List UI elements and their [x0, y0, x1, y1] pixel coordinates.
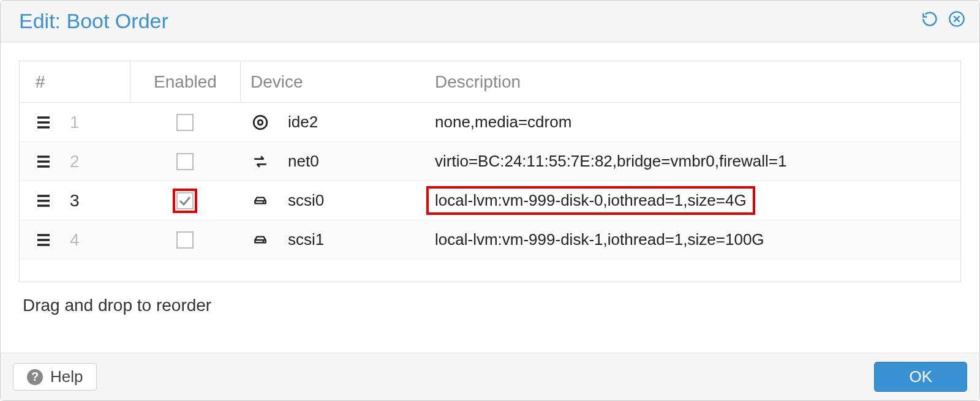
header-device[interactable]: Device	[240, 61, 418, 102]
cell-enabled	[130, 103, 240, 141]
cell-order: 3	[20, 181, 130, 220]
help-icon: ?	[27, 369, 43, 385]
table-row[interactable]: 2 net0 virtio=BC:24:11:55:7E:82,bridge=v…	[20, 142, 960, 181]
ok-button[interactable]: OK	[874, 362, 967, 392]
device-description: none,media=cdrom	[435, 113, 571, 132]
network-icon	[250, 151, 271, 172]
enabled-checkbox[interactable]	[176, 114, 194, 131]
drag-handle-icon[interactable]	[36, 154, 51, 169]
table-row[interactable]: 4 scsi1 local-lvm:vm-999-disk-1,iothread…	[20, 220, 960, 260]
order-number: 4	[70, 230, 80, 250]
cell-device: scsi0	[240, 181, 418, 220]
device-description: local-lvm:vm-999-disk-0,iothread=1,size=…	[426, 186, 755, 215]
device-name: scsi0	[288, 191, 324, 210]
boot-order-table: # Enabled Device Description 1 ide2 non	[19, 61, 961, 282]
order-number: 3	[70, 191, 80, 211]
device-description: local-lvm:vm-999-disk-1,iothread=1,size=…	[435, 230, 764, 249]
cell-description: none,media=cdrom	[418, 103, 960, 141]
reorder-hint: Drag and drop to reorder	[19, 282, 961, 328]
close-icon	[948, 10, 965, 32]
dialog-title: Edit: Boot Order	[19, 9, 921, 33]
header-description[interactable]: Description	[418, 61, 960, 102]
close-button[interactable]	[948, 12, 966, 31]
enabled-checkbox[interactable]	[176, 231, 194, 249]
header-order[interactable]: #	[20, 61, 130, 102]
table-spacer-row	[20, 260, 960, 282]
table-row[interactable]: 1 ide2 none,media=cdrom	[20, 103, 960, 142]
boot-order-dialog: Edit: Boot Order	[0, 0, 980, 401]
help-button[interactable]: ? Help	[13, 363, 97, 391]
cell-order: 2	[20, 142, 130, 181]
dialog-body: # Enabled Device Description 1 ide2 non	[1, 42, 979, 353]
undo-icon	[921, 10, 938, 32]
cell-enabled	[130, 220, 240, 259]
cell-order: 1	[20, 103, 130, 141]
header-enabled[interactable]: Enabled	[130, 61, 240, 102]
cell-device: ide2	[240, 103, 418, 141]
cell-description: virtio=BC:24:11:55:7E:82,bridge=vmbr0,fi…	[418, 142, 960, 181]
cell-description: local-lvm:vm-999-disk-1,iothread=1,size=…	[418, 220, 960, 259]
device-name: net0	[288, 152, 319, 171]
device-name: scsi1	[288, 230, 324, 249]
cell-enabled	[130, 142, 240, 181]
device-name: ide2	[288, 113, 318, 132]
order-number: 1	[70, 113, 80, 132]
reset-button[interactable]	[921, 12, 939, 31]
cdrom-icon	[250, 112, 271, 133]
table-row[interactable]: 3 scsi0 local-lvm:vm-999-disk-0,iothread…	[20, 181, 960, 220]
cell-enabled	[130, 181, 240, 220]
device-description: virtio=BC:24:11:55:7E:82,bridge=vmbr0,fi…	[435, 152, 787, 171]
harddisk-icon	[250, 190, 271, 211]
help-button-label: Help	[50, 367, 83, 386]
titlebar-actions	[921, 12, 966, 31]
enabled-checkbox[interactable]	[176, 192, 194, 209]
dialog-footer: ? Help OK	[1, 353, 979, 400]
cell-device: net0	[240, 142, 418, 181]
order-number: 2	[70, 152, 80, 171]
drag-handle-icon[interactable]	[36, 193, 51, 208]
enabled-checkbox[interactable]	[176, 153, 194, 170]
cell-order: 4	[20, 220, 130, 259]
cell-description: local-lvm:vm-999-disk-0,iothread=1,size=…	[418, 181, 960, 220]
table-header-row: # Enabled Device Description	[20, 61, 960, 103]
dialog-titlebar: Edit: Boot Order	[1, 1, 979, 42]
cell-device: scsi1	[240, 220, 418, 259]
drag-handle-icon[interactable]	[36, 233, 51, 247]
drag-handle-icon[interactable]	[36, 115, 51, 130]
harddisk-icon	[250, 230, 271, 250]
